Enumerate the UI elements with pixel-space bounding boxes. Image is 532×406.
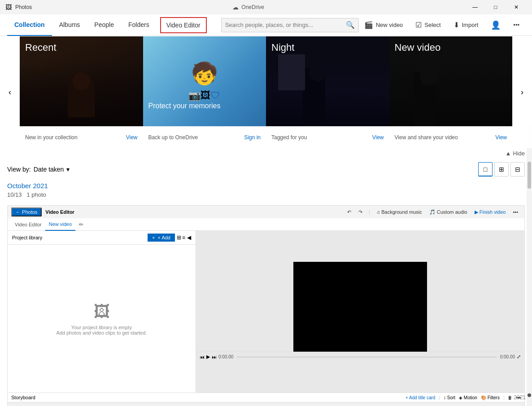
featured-card-protect[interactable]: 🧒 📷 🖼 🛡 Protect your memories Back up to… bbox=[143, 36, 266, 148]
ss-transport-controls: ⏮ ▶ ⏭ 0:00.00 0:00.00 ⤢ bbox=[196, 352, 524, 362]
grid-view-icon: ⊞ bbox=[499, 166, 504, 173]
ss-custom-audio-button[interactable]: 🎵 Custom audio bbox=[427, 208, 470, 216]
account-button[interactable]: 👤 bbox=[485, 18, 506, 33]
new-video-icon: 🎬 bbox=[364, 21, 373, 29]
ss-titlebar: ← Photos Video Editor ↶ ↷ | ♫ Background… bbox=[8, 206, 524, 218]
ss-timeline-actions: + Add title card | ↕ Sort ◈ Motion 🎨 Fil… bbox=[406, 395, 521, 400]
new-video-button[interactable]: 🎬 New video bbox=[359, 18, 409, 32]
ss-play-button[interactable]: ▶ bbox=[206, 354, 210, 360]
ss-storyboard-header: Storyboard + Add title card | ↕ Sort ◈ M… bbox=[8, 393, 524, 402]
ss-add-title-card-button[interactable]: + Add title card bbox=[406, 395, 435, 400]
hide-bar[interactable]: ▲ Hide bbox=[0, 148, 532, 159]
date-taken-label: Date taken bbox=[34, 166, 64, 173]
single-view-icon: □ bbox=[484, 166, 487, 173]
ss-bg-music-button[interactable]: ♫ Background music bbox=[374, 208, 425, 216]
ss-title: Video Editor bbox=[45, 209, 74, 215]
ss-delete-button[interactable]: 🗑 bbox=[508, 395, 512, 400]
featured-card-newvideo[interactable]: New video View and share your video View bbox=[389, 36, 513, 148]
tab-video-editor[interactable]: Video Editor bbox=[160, 17, 207, 33]
ss-header-left: ← Photos Video Editor bbox=[11, 207, 74, 216]
featured-card-night[interactable]: Night Tagged for you View bbox=[266, 36, 389, 148]
featured-card-recent[interactable]: Recent New in your collection View bbox=[20, 36, 143, 148]
nav-tabs: Collection Albums People Folders Video E… bbox=[7, 14, 210, 36]
tab-folders[interactable]: Folders bbox=[121, 14, 157, 36]
ss-grid-btn-2[interactable]: ≡ bbox=[182, 234, 185, 241]
titlebar-left: 🖼 Photos bbox=[5, 4, 32, 11]
small-grid-icon: ⊟ bbox=[515, 166, 520, 173]
ss-preview-area: ⏮ ▶ ⏭ 0:00.00 0:00.00 ⤢ bbox=[196, 231, 524, 393]
ss-sidebar-header: Project library + + Add ⊞ ≡ ◀ bbox=[8, 231, 196, 245]
ss-video-display bbox=[293, 262, 427, 352]
ss-body: Project library + + Add ⊞ ≡ ◀ 🖼 Your p bbox=[8, 231, 524, 393]
ss-project-library: Project library + + Add ⊞ ≡ ◀ 🖼 Your p bbox=[8, 231, 196, 393]
navbar-actions: 🎬 New video ☑ Select ⬇ Import 👤 ••• bbox=[359, 18, 525, 33]
tab-people[interactable]: People bbox=[87, 14, 121, 36]
month-label[interactable]: October 2021 bbox=[7, 182, 525, 190]
ss-edit-icon[interactable]: ✏ bbox=[75, 218, 87, 231]
chevron-left-icon: ‹ bbox=[9, 88, 11, 97]
onedrive-label: OneDrive bbox=[241, 4, 264, 10]
account-icon: 👤 bbox=[491, 20, 501, 30]
ss-sort-button[interactable]: ↕ Sort bbox=[444, 395, 455, 400]
protect-signin-link[interactable]: Sign in bbox=[244, 134, 261, 141]
ss-empty-icon: 🖼 bbox=[94, 302, 110, 321]
card-recent-footer: New in your collection View bbox=[20, 126, 143, 148]
search-icon: 🔍 bbox=[346, 21, 355, 29]
photos-logo: 🖼 bbox=[5, 4, 12, 11]
scrollbar-track bbox=[527, 126, 532, 406]
view-single-button[interactable]: □ bbox=[478, 162, 493, 177]
minimize-icon: — bbox=[472, 4, 478, 10]
view-controls: View by: Date taken ▾ □ ⊞ ⊟ bbox=[0, 159, 532, 178]
ss-next-frame-button[interactable]: ⏭ bbox=[212, 354, 217, 360]
ss-tab-new-video[interactable]: New video bbox=[45, 218, 75, 231]
view-grid-button[interactable]: ⊞ bbox=[494, 162, 509, 177]
next-frame-icon: ⏭ bbox=[212, 354, 217, 360]
ss-collapse-button[interactable]: ◀ bbox=[187, 234, 191, 241]
ss-filters-button[interactable]: 🎨 Filters bbox=[481, 395, 500, 400]
ss-redo-button[interactable]: ↷ bbox=[356, 208, 365, 216]
tab-collection[interactable]: Collection bbox=[7, 14, 52, 36]
tab-albums[interactable]: Albums bbox=[52, 14, 87, 36]
recent-view-link[interactable]: View bbox=[126, 134, 138, 141]
maximize-icon: □ bbox=[494, 4, 497, 10]
ss-timeline-body bbox=[8, 402, 524, 406]
ss-finish-video-button[interactable]: ▶ Finish video bbox=[472, 208, 509, 216]
titlebar: 🖼 Photos ☁ OneDrive — □ ✕ bbox=[0, 0, 532, 14]
close-button[interactable]: ✕ bbox=[506, 0, 527, 14]
night-view-link[interactable]: View bbox=[372, 134, 384, 141]
ss-tab-video-editor[interactable]: Video Editor bbox=[11, 218, 45, 231]
minimize-button[interactable]: — bbox=[465, 0, 485, 14]
ss-header-right: ↶ ↷ | ♫ Background music 🎵 Custom audio … bbox=[344, 208, 521, 216]
ss-nav: Video Editor New video ✏ bbox=[8, 218, 524, 231]
ss-expand-button[interactable]: ⤢ bbox=[517, 354, 521, 360]
play-icon: ▶ bbox=[206, 354, 210, 359]
strip-next-button[interactable]: › bbox=[512, 36, 532, 148]
maximize-button[interactable]: □ bbox=[485, 0, 506, 14]
more-icon: ••• bbox=[513, 22, 519, 28]
strip-prev-button[interactable]: ‹ bbox=[0, 36, 20, 148]
card-protect-footer: Back up to OneDrive Sign in bbox=[143, 126, 266, 148]
search-bar[interactable]: 🔍 bbox=[221, 18, 359, 32]
more-button[interactable]: ••• bbox=[508, 19, 525, 31]
newvideo-view-link[interactable]: View bbox=[495, 134, 507, 141]
ss-more-button[interactable]: ••• bbox=[510, 208, 521, 216]
search-input[interactable] bbox=[225, 22, 342, 28]
ss-back-button[interactable]: ← Photos bbox=[11, 207, 42, 216]
ss-project-library-label: Project library bbox=[12, 235, 42, 240]
prev-frame-icon: ⏮ bbox=[200, 354, 205, 360]
view-by-control[interactable]: View by: Date taken ▾ bbox=[7, 166, 70, 173]
view-small-grid-button[interactable]: ⊟ bbox=[510, 162, 525, 177]
ss-grid-btn-1[interactable]: ⊞ bbox=[177, 234, 181, 241]
onedrive-icon: ☁ bbox=[232, 4, 239, 11]
import-button[interactable]: ⬇ Import bbox=[448, 18, 484, 32]
select-button[interactable]: ☑ Select bbox=[410, 18, 446, 32]
ss-undo-button[interactable]: ↶ bbox=[344, 208, 354, 216]
ss-motion-button[interactable]: ◈ Motion bbox=[459, 395, 477, 400]
import-icon: ⬇ bbox=[454, 21, 459, 29]
ss-empty-subtitle: Add photos and video clips to get starte… bbox=[57, 330, 147, 335]
scrollbar-thumb[interactable] bbox=[528, 162, 531, 189]
ss-prev-frame-button[interactable]: ⏮ bbox=[200, 354, 205, 360]
view-by-label: View by: bbox=[7, 166, 31, 173]
ss-progress-bar[interactable] bbox=[237, 357, 496, 357]
ss-add-button[interactable]: + + Add bbox=[148, 234, 175, 242]
